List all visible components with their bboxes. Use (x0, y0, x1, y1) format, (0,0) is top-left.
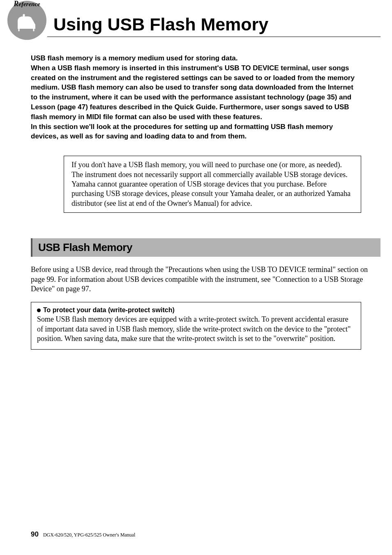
write-protect-body: Some USB flash memory devices are equipp… (37, 315, 355, 343)
intro-paragraph: USB flash memory is a memory medium used… (31, 53, 361, 141)
footer-manual-name: DGX-620/520, YPG-625/525 Owner's Manual (43, 532, 135, 538)
reference-label: eference (14, 0, 40, 8)
section-heading: USB Flash Memory (38, 241, 132, 253)
reference-badge: eference (7, 1, 46, 40)
write-protect-box: To protect your data (write-protect swit… (31, 302, 361, 350)
piano-icon (16, 13, 38, 32)
page-title: Using USB Flash Memory (53, 8, 392, 35)
bullet-icon (37, 309, 41, 312)
title-underline (47, 37, 380, 37)
note-text: If you don't have a USB flash memory, yo… (71, 160, 353, 208)
note-box: If you don't have a USB flash memory, yo… (64, 156, 361, 213)
header-area: eference Using USB Flash Memory (0, 0, 392, 37)
write-protect-heading-text: To protect your data (write-protect swit… (43, 306, 175, 313)
footer: 90 DGX-620/520, YPG-625/525 Owner's Manu… (31, 530, 135, 539)
body-paragraph: Before using a USB device, read through … (31, 265, 380, 294)
page-number: 90 (31, 530, 39, 538)
write-protect-heading: To protect your data (write-protect swit… (37, 306, 355, 314)
section-heading-bar: USB Flash Memory (31, 238, 380, 257)
